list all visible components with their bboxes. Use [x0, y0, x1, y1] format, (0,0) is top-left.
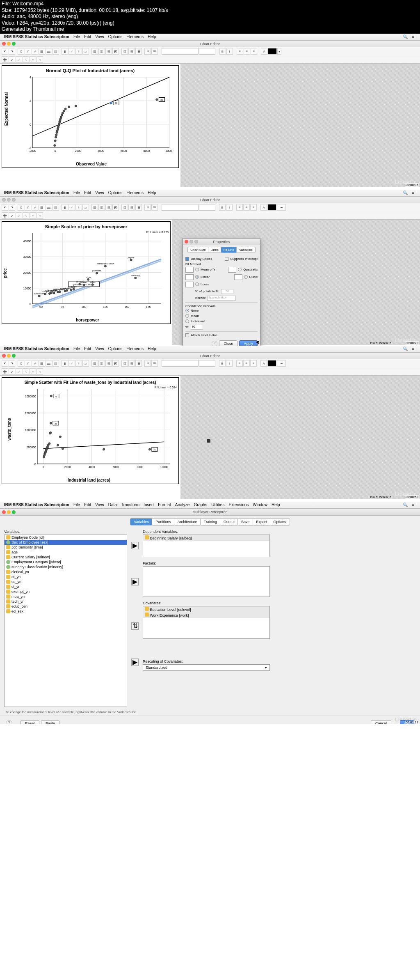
tool-b[interactable]: ↙ — [9, 56, 15, 63]
menu-file[interactable]: File — [73, 503, 80, 507]
font-dropdown[interactable] — [162, 204, 199, 211]
tb16[interactable]: ⊟ — [128, 204, 135, 211]
tab-output[interactable]: Output — [220, 518, 238, 526]
min-icon[interactable] — [7, 42, 11, 46]
xy-button[interactable]: X — [18, 48, 24, 55]
sidebar-icon[interactable]: ≡ — [412, 34, 414, 39]
menu-elements[interactable]: Elements — [126, 190, 144, 195]
italic-button[interactable]: I — [226, 204, 233, 211]
menu-edit[interactable]: Edit — [84, 503, 91, 507]
zoom-button[interactable]: ⊟ — [128, 48, 135, 55]
al1[interactable]: ≡ — [236, 204, 243, 211]
bold-button[interactable]: B — [219, 360, 226, 367]
bin-button[interactable]: ⧈ — [144, 48, 151, 55]
tb17[interactable]: ≣ — [135, 204, 142, 211]
search-icon[interactable]: 🔍 — [403, 34, 408, 39]
sidebar-icon[interactable]: ≡ — [412, 347, 414, 351]
tool-d[interactable]: ⟍ — [23, 56, 29, 63]
border-dropdown[interactable]: ━ — [277, 360, 286, 367]
tb14[interactable]: ◩ — [112, 204, 119, 211]
variable-item[interactable]: so_yn — [5, 579, 127, 584]
t2f[interactable]: ¬ — [37, 212, 43, 219]
u17[interactable]: ⊡ — [121, 360, 128, 367]
menu-extensions[interactable]: Extensions — [228, 503, 249, 507]
menu-help[interactable]: Help — [272, 503, 280, 507]
rescaling-dropdown[interactable]: Standardized▾ — [143, 664, 270, 671]
loess-radio[interactable] — [195, 282, 199, 286]
menu-insert[interactable]: Insert — [144, 503, 154, 507]
tab-variables[interactable]: Variables — [236, 247, 256, 253]
bold-button[interactable]: B — [219, 48, 226, 55]
kernel-dropdown[interactable]: Epanechnikov — [207, 296, 236, 301]
menu-edit[interactable]: Edit — [84, 347, 91, 351]
sidebar-icon[interactable]: ≡ — [412, 503, 414, 507]
u7[interactable]: ▬ — [46, 360, 52, 367]
area-button[interactable]: ▱ — [82, 48, 89, 55]
a1[interactable]: ≡ — [236, 360, 243, 367]
w4[interactable]: ⟍ — [23, 368, 29, 375]
pan-button[interactable]: ≣ — [135, 48, 142, 55]
variable-item[interactable]: Employee Code [id] — [5, 535, 127, 540]
ci-mean-radio[interactable] — [185, 314, 189, 318]
menu-view[interactable]: View — [95, 347, 104, 351]
tb12[interactable]: ◫ — [98, 204, 105, 211]
size-dropdown[interactable] — [199, 48, 215, 55]
cancel-button[interactable]: Cancel — [371, 720, 391, 724]
tab-options[interactable]: Options — [270, 518, 290, 526]
menu-options[interactable]: Options — [108, 190, 122, 195]
move-covar-button[interactable]: ▶ — [131, 659, 139, 666]
y-button[interactable]: Y — [25, 48, 31, 55]
menu-view[interactable]: View — [95, 190, 104, 195]
tb9[interactable]: ⋮ — [75, 204, 82, 211]
redo-button[interactable]: ↷ — [9, 48, 15, 55]
tab-lines[interactable]: Lines — [208, 247, 221, 253]
tab-save[interactable]: Save — [237, 518, 253, 526]
paste-button[interactable]: Paste — [41, 720, 59, 724]
u18[interactable]: ⊟ — [128, 360, 135, 367]
tb7[interactable]: ▮ — [62, 204, 68, 211]
border-dropdown[interactable]: ━ — [277, 204, 286, 211]
u5[interactable]: ⇄ — [32, 360, 38, 367]
menu-edit[interactable]: Edit — [84, 34, 91, 39]
inter-button[interactable]: ⧉ — [151, 48, 158, 55]
fit-button[interactable]: ◫ — [98, 48, 105, 55]
close-icon[interactable] — [185, 240, 188, 243]
variable-item[interactable]: age — [5, 550, 127, 555]
depvar-list[interactable]: Beginning Salary [salbeg] — [143, 535, 270, 557]
ci-none-radio[interactable] — [185, 309, 189, 312]
menu-utilities[interactable]: Utilities — [211, 503, 224, 507]
close-icon[interactable] — [2, 198, 6, 202]
font-dropdown[interactable] — [162, 48, 199, 55]
label-button[interactable]: ◩ — [112, 48, 119, 55]
variable-item[interactable]: Sex of Employee [sex] — [5, 540, 127, 545]
u10[interactable]: ⟋ — [68, 360, 75, 367]
variable-item[interactable]: ed_sex — [5, 609, 127, 614]
tab-training[interactable]: Training — [200, 518, 221, 526]
ci-indiv-radio[interactable] — [185, 319, 189, 323]
t2b[interactable]: ↙ — [9, 212, 15, 219]
ident-button[interactable]: ⊡ — [121, 48, 128, 55]
min-icon[interactable] — [7, 354, 11, 358]
variable-item[interactable]: ct_yn — [5, 584, 127, 589]
tab-fitline[interactable]: Fit Line — [221, 247, 237, 253]
min-icon[interactable] — [7, 510, 11, 514]
u15[interactable]: ⊞ — [105, 360, 112, 367]
t2d[interactable]: ⟍ — [23, 212, 29, 219]
transpose-button[interactable]: ▦ — [39, 48, 45, 55]
tab-architecture[interactable]: Architecture — [174, 518, 201, 526]
tab-variables[interactable]: Variables — [130, 518, 153, 526]
display-spikes-check[interactable] — [185, 257, 189, 261]
pctpts-input[interactable]: 50 — [221, 289, 233, 294]
t2c[interactable]: ⟋ — [16, 212, 22, 219]
chart-qqplot[interactable]: Normal Q-Q Plot of Industrial land (acre… — [2, 65, 179, 168]
tb10[interactable]: ▱ — [82, 204, 89, 211]
variables-list[interactable]: Employee Code [id]Sex of Employee [sex]J… — [4, 535, 127, 707]
u12[interactable]: ▱ — [82, 360, 89, 367]
textcolor-button[interactable]: A — [260, 204, 267, 211]
max-icon[interactable] — [12, 42, 16, 46]
italic-button[interactable]: I — [226, 48, 233, 55]
fillcolor-button[interactable] — [267, 204, 276, 211]
u9[interactable]: ▮ — [62, 360, 68, 367]
tb8[interactable]: ⟋ — [68, 204, 75, 211]
t2e[interactable]: ⌐ — [30, 212, 36, 219]
